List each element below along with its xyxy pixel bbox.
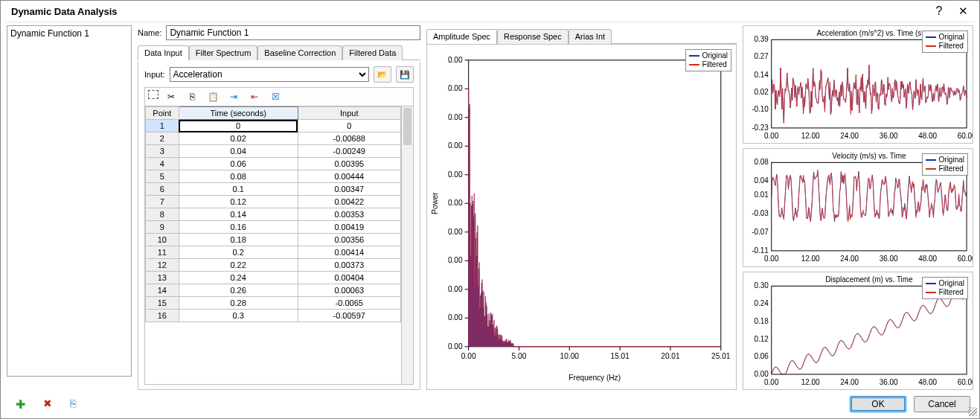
paste-icon[interactable]: 📋	[205, 90, 221, 103]
svg-text:0.12: 0.12	[754, 334, 769, 342]
tab-response-spec[interactable]: Response Spec	[497, 29, 569, 44]
svg-text:0.00: 0.00	[764, 255, 779, 263]
table-row[interactable]: 80.140.00353	[146, 208, 401, 221]
data-table[interactable]: Point Time (seconds) Input 10020.02-0.00…	[145, 106, 401, 384]
table-row[interactable]: 130.240.00404	[146, 272, 401, 284]
folder-open-icon: 📂	[377, 70, 388, 80]
svg-text:15.01: 15.01	[611, 352, 630, 360]
tree-item[interactable]: Dynamic Function 1	[9, 28, 129, 39]
svg-text:0.24: 0.24	[754, 299, 769, 307]
function-tree[interactable]: Dynamic Function 1	[7, 25, 132, 377]
svg-text:0.00: 0.00	[764, 132, 779, 140]
table-row[interactable]: 100	[146, 120, 401, 132]
help-button[interactable]: ?	[927, 2, 951, 20]
amplitude-spec-chart: Original Filtered 0.005.0010.0015.0120.0…	[426, 44, 737, 390]
resize-grip[interactable]	[968, 407, 977, 416]
svg-text:0.00: 0.00	[448, 256, 463, 264]
svg-text:36.00: 36.00	[880, 255, 898, 263]
table-row[interactable]: 20.02-0.00688	[146, 132, 401, 145]
table-row[interactable]: 150.28-0.0065	[146, 297, 401, 310]
close-button[interactable]: ✕	[951, 2, 975, 20]
svg-text:0.00: 0.00	[448, 141, 463, 150]
svg-text:0.02: 0.02	[754, 88, 769, 96]
input-combo[interactable]: Acceleration	[170, 67, 369, 82]
svg-text:0.27: 0.27	[754, 52, 769, 60]
ok-button[interactable]: OK	[850, 396, 906, 412]
delete-row-icon[interactable]: ⇤	[246, 90, 263, 103]
open-file-button[interactable]: 📂	[374, 66, 391, 83]
svg-text:-0.10: -0.10	[752, 105, 769, 113]
name-label: Name:	[138, 28, 161, 37]
input-label: Input:	[144, 70, 165, 79]
legend: Original Filtered	[922, 153, 968, 176]
table-row[interactable]: 140.260.00063	[146, 284, 401, 297]
col-input[interactable]: Input	[298, 107, 400, 120]
svg-text:0.06: 0.06	[754, 352, 769, 360]
col-time[interactable]: Time (seconds)	[179, 107, 298, 120]
mini-chart-3: Original Filtered Displacement (m) vs. T…	[743, 272, 973, 390]
svg-text:Acceleration (m/s^2) vs. Time : Acceleration (m/s^2) vs. Time (s	[817, 29, 922, 37]
table-row[interactable]: 100.180.00356	[146, 234, 401, 246]
tab-data-input[interactable]: Data Input	[138, 45, 189, 60]
table-row[interactable]: 120.220.00373	[146, 259, 401, 272]
svg-text:0.01: 0.01	[754, 191, 769, 199]
table-row[interactable]: 30.04-0.00249	[146, 145, 401, 158]
tab-amplitude-spec[interactable]: Amplitude Spec	[426, 29, 497, 44]
svg-text:24.00: 24.00	[840, 255, 859, 263]
table-row[interactable]: 110.20.00414	[146, 246, 401, 259]
table-row[interactable]: 50.080.00444	[146, 170, 401, 183]
clear-icon[interactable]: ☒	[267, 90, 284, 103]
svg-text:0.18: 0.18	[754, 316, 769, 324]
add-icon[interactable]: ✚	[16, 397, 25, 412]
svg-text:48.00: 48.00	[918, 378, 937, 386]
select-icon[interactable]	[148, 90, 158, 99]
tab-arias-int[interactable]: Arias Int	[569, 29, 612, 44]
table-row[interactable]: 40.060.00395	[146, 158, 401, 170]
svg-text:24.00: 24.00	[840, 378, 859, 386]
svg-text:0.00: 0.00	[461, 352, 476, 360]
svg-text:12.00: 12.00	[801, 255, 820, 263]
tab-baseline-correction[interactable]: Baseline Correction	[257, 45, 342, 60]
cancel-button[interactable]: Cancel	[914, 396, 970, 412]
svg-text:60.00: 60.00	[958, 255, 973, 263]
delete-icon[interactable]: ✖	[43, 397, 52, 412]
svg-text:0.00: 0.00	[448, 342, 463, 351]
svg-text:5.00: 5.00	[512, 352, 527, 360]
svg-text:0.00: 0.00	[448, 56, 463, 64]
svg-text:60.00: 60.00	[958, 132, 973, 140]
tab-filtered-data[interactable]: Filtered Data	[342, 45, 403, 60]
svg-text:0.30: 0.30	[754, 281, 769, 290]
svg-text:10.00: 10.00	[560, 352, 580, 360]
svg-text:0.00: 0.00	[448, 313, 463, 322]
svg-text:48.00: 48.00	[918, 255, 937, 263]
table-scrollbar[interactable]	[401, 106, 413, 384]
svg-text:-0.03: -0.03	[752, 209, 769, 217]
insert-row-icon[interactable]: ⇥	[225, 90, 242, 103]
name-input[interactable]	[166, 25, 420, 40]
mini-chart-1: Original Filtered Acceleration (m/s^2) v…	[743, 25, 973, 144]
table-row[interactable]: 160.3-0.00597	[146, 310, 401, 322]
svg-text:Velocity (m/s) vs. Time: Velocity (m/s) vs. Time	[832, 152, 906, 160]
table-row[interactable]: 90.160.00419	[146, 221, 401, 234]
copy-item-icon[interactable]: ⎘	[70, 397, 76, 412]
svg-text:0.00: 0.00	[448, 84, 463, 92]
svg-text:-0.23: -0.23	[752, 124, 769, 132]
table-row[interactable]: 70.120.00422	[146, 196, 401, 208]
cut-icon[interactable]: ✂	[163, 90, 179, 103]
mid-tabs: Data Input Filter Spectrum Baseline Corr…	[138, 45, 420, 60]
legend: Original Filtered	[922, 31, 968, 53]
tab-filter-spectrum[interactable]: Filter Spectrum	[189, 45, 258, 60]
svg-text:12.00: 12.00	[801, 132, 820, 140]
copy-icon[interactable]: ⎘	[184, 90, 200, 103]
svg-text:0.00: 0.00	[448, 199, 463, 207]
svg-text:0.39: 0.39	[754, 35, 769, 43]
svg-text:0.04: 0.04	[754, 177, 769, 185]
svg-text:-0.11: -0.11	[752, 246, 769, 255]
save-file-button[interactable]: 💾	[396, 66, 414, 83]
svg-text:Displacement (m) vs. Time: Displacement (m) vs. Time	[825, 275, 913, 284]
save-icon: 💾	[400, 70, 410, 80]
legend: Original Filtered	[685, 49, 731, 71]
window-title: Dynamic Data Analysis	[5, 6, 118, 17]
table-row[interactable]: 60.10.00347	[146, 183, 401, 196]
col-point[interactable]: Point	[146, 107, 179, 120]
